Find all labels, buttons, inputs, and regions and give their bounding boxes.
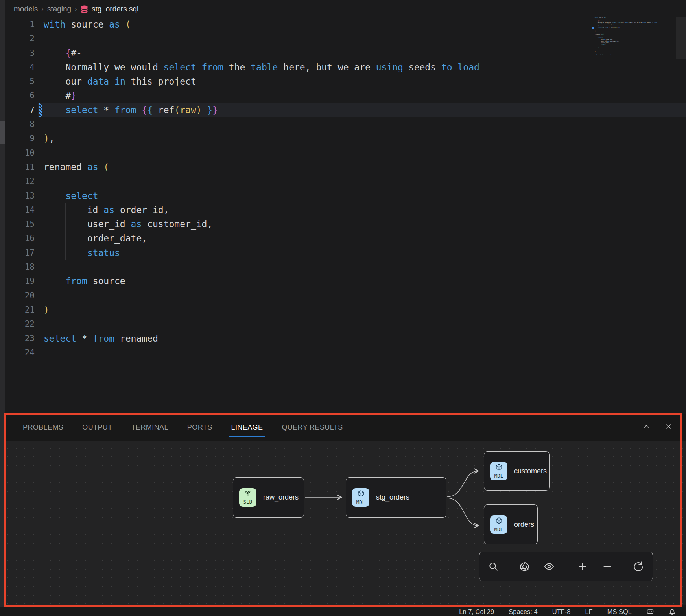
code-line-5[interactable]: 5 our data in this project — [0, 74, 686, 88]
line-number: 4 — [0, 60, 35, 74]
code-line-2[interactable]: 2 — [0, 31, 686, 46]
refresh-button[interactable] — [631, 559, 646, 574]
code-line-4[interactable]: 4 Normally we would select from the tabl… — [0, 60, 686, 74]
code-text: ) — [44, 303, 49, 317]
code-line-9[interactable]: 9), — [0, 131, 686, 145]
code-line-3[interactable]: 3 {#- — [0, 46, 686, 60]
breadcrumb-filename[interactable]: stg_orders.sql — [92, 5, 138, 13]
code-line-8[interactable]: 8 — [0, 117, 686, 131]
line-number: 9 — [0, 131, 35, 145]
code-line-20[interactable]: 20 — [0, 289, 686, 303]
code-line-11[interactable]: 11renamed as ( — [0, 160, 686, 174]
indentation-setting[interactable]: Spaces: 4 — [509, 608, 537, 616]
line-number: 22 — [0, 317, 35, 331]
code-line-19[interactable]: 19 from source — [0, 274, 686, 288]
lineage-node-customers[interactable]: MDL customers — [484, 451, 550, 491]
bell-icon[interactable] — [669, 608, 676, 616]
cube-icon — [495, 463, 503, 473]
code-text: select * from {{ ref(raw) }} — [44, 103, 218, 117]
code-line-13[interactable]: 13 select — [0, 189, 686, 203]
tab-lineage[interactable]: LINEAGE — [231, 414, 263, 441]
code-line-17[interactable]: 17 status — [0, 246, 686, 260]
model-badge: MDL — [352, 488, 369, 507]
tab-query-results[interactable]: QUERY RESULTS — [282, 414, 343, 441]
code-line-24[interactable]: 24 — [0, 346, 686, 360]
line-number: 24 — [0, 346, 35, 360]
line-number: 15 — [0, 217, 35, 231]
line-number: 1 — [0, 17, 35, 31]
node-label: raw_orders — [263, 493, 299, 502]
badge-label: MDL — [494, 473, 503, 479]
line-number: 5 — [0, 74, 35, 88]
refresh-icon — [633, 561, 644, 572]
sidebar-thumb[interactable] — [0, 121, 5, 144]
snapshot-button[interactable] — [517, 559, 533, 574]
model-badge: MDL — [490, 462, 507, 480]
indent-guide — [44, 174, 44, 303]
aperture-icon — [519, 561, 530, 572]
lineage-node-stg-orders[interactable]: MDL stg_orders — [346, 477, 446, 518]
breadcrumb: models › staging › stg_orders.sql — [14, 4, 138, 14]
breadcrumb-staging[interactable]: staging — [47, 5, 71, 13]
code-text: renamed as ( — [44, 160, 109, 174]
panel-close-button[interactable] — [664, 421, 674, 432]
tab-problems[interactable]: PROBLEMS — [23, 414, 63, 441]
line-number: 7 — [0, 103, 35, 117]
code-line-12[interactable]: 12 — [0, 174, 686, 188]
eye-icon — [544, 561, 555, 572]
indent-guide — [44, 31, 44, 131]
eol-setting[interactable]: LF — [585, 608, 592, 616]
code-line-6[interactable]: 6 #} — [0, 88, 686, 103]
collapsed-sidebar — [0, 0, 5, 616]
code-line-10[interactable]: 10 — [0, 146, 686, 160]
copilot-icon[interactable] — [646, 608, 654, 615]
status-bar: Ln 7, Col 29 Spaces: 4 UTF-8 LF MS SQL — [0, 607, 686, 616]
zoom-out-icon — [602, 561, 613, 572]
visibility-button[interactable] — [541, 559, 557, 574]
zoom-out-button[interactable] — [599, 559, 615, 574]
encoding-setting[interactable]: UTF-8 — [552, 608, 571, 616]
line-number: 13 — [0, 189, 35, 203]
code-line-15[interactable]: 15 user_id as customer_id, — [0, 217, 686, 231]
breadcrumb-separator: › — [75, 5, 77, 13]
tab-output[interactable]: OUTPUT — [82, 414, 112, 441]
panel-maximize-button[interactable] — [641, 421, 651, 432]
tab-ports[interactable]: PORTS — [187, 414, 212, 441]
breadcrumb-models[interactable]: models — [14, 5, 38, 13]
cursor-position[interactable]: Ln 7, Col 29 — [459, 608, 494, 616]
lineage-node-raw-orders[interactable]: SED raw_orders — [233, 477, 304, 518]
close-icon — [667, 425, 671, 429]
code-text: our data in this project — [44, 74, 196, 88]
line-number: 23 — [0, 331, 35, 346]
lineage-canvas[interactable]: SED raw_orders MDL stg_orders MD — [0, 441, 686, 605]
minimap-slider[interactable] — [676, 17, 686, 59]
badge-label: MDL — [494, 526, 503, 532]
language-mode[interactable]: MS SQL — [607, 608, 632, 616]
code-line-23[interactable]: 23select * from renamed — [0, 331, 686, 346]
search-button[interactable] — [486, 559, 502, 574]
code-text: user_id as customer_id, — [44, 217, 212, 231]
code-line-14[interactable]: 14 id as order_id, — [0, 203, 686, 217]
code-line-21[interactable]: 21) — [0, 303, 686, 317]
panel-tab-bar: PROBLEMSOUTPUTTERMINALPORTSLINEAGEQUERY … — [5, 414, 686, 441]
code-line-22[interactable]: 22 — [0, 317, 686, 331]
code-line-18[interactable]: 18 — [0, 260, 686, 274]
line-number: 18 — [0, 260, 35, 274]
minimap[interactable]: with source as ( {#- Normally we would s… — [595, 17, 657, 57]
code-text: status — [44, 246, 120, 260]
code-line-7[interactable]: 7 select * from {{ ref(raw) }} — [0, 103, 686, 117]
search-icon — [488, 561, 499, 572]
badge-label: SED — [243, 499, 253, 505]
model-badge: MDL — [490, 515, 507, 534]
code-line-16[interactable]: 16 order_date, — [0, 231, 686, 245]
zoom-in-button[interactable] — [575, 559, 590, 574]
code-line-1[interactable]: 1with source as ( — [0, 17, 686, 31]
code-editor[interactable]: 1with source as (23 {#-4 Normally we wou… — [0, 17, 686, 360]
badge-label: MDL — [356, 499, 365, 505]
tab-terminal[interactable]: TERMINAL — [131, 414, 168, 441]
line-number: 17 — [0, 246, 35, 260]
line-number: 11 — [0, 160, 35, 174]
line-number: 10 — [0, 146, 35, 160]
lineage-node-orders[interactable]: MDL orders — [484, 504, 538, 544]
gutter-modified-marker — [39, 103, 42, 117]
